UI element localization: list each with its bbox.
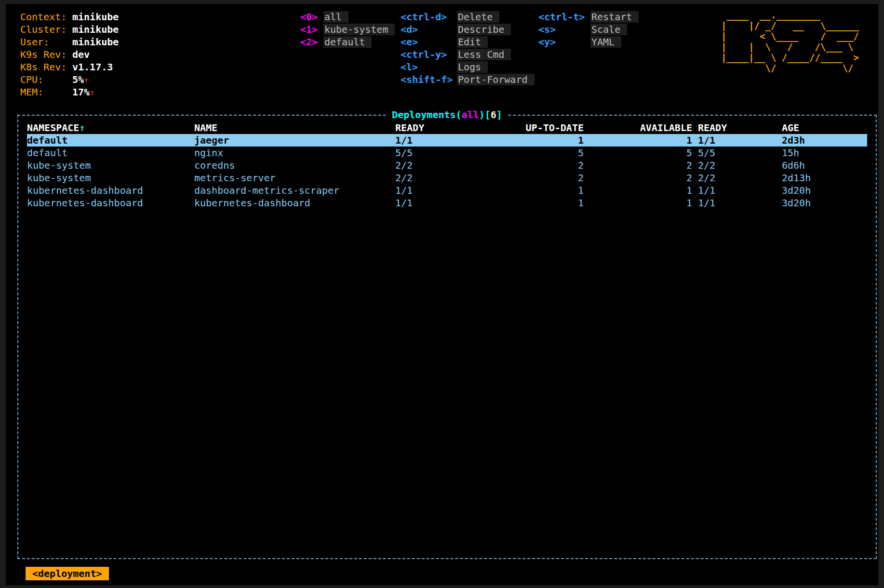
info-label: Cluster:: [20, 23, 72, 36]
hotkey-key: <1>: [300, 23, 323, 36]
shortcut-label: Describe: [457, 24, 511, 35]
cell-age: 15h: [776, 147, 867, 159]
info-value: minikube: [72, 11, 119, 23]
hotkey-namespace-default: <2>default: [300, 36, 395, 48]
info-label: User:: [20, 36, 72, 48]
cell-name: jaeger: [194, 134, 395, 147]
shortcut-yaml: <y>YAML: [538, 36, 639, 48]
hotkey-label: all: [323, 11, 348, 23]
info-value: 5%: [72, 74, 84, 85]
shortcut-key: <y>: [538, 36, 590, 48]
sort-arrow-icon: ↑: [79, 122, 85, 134]
cell-ready: 1/1: [395, 134, 484, 147]
cell-ready: 2/2: [395, 159, 484, 172]
cell-name: metrics-server: [194, 172, 395, 184]
hotkey-label: default: [323, 36, 372, 48]
cell-ready2: 1/1: [692, 197, 776, 209]
cell-ready: 5/5: [395, 147, 484, 159]
shortcut-key: <ctrl-d>: [401, 11, 457, 23]
cell-ready2: 2/2: [692, 159, 776, 172]
cell-available: 1: [584, 184, 692, 197]
cell-up-to-date: 1: [484, 197, 584, 209]
cell-name: kubernetes-dashboard: [194, 197, 395, 209]
cell-up-to-date: 2: [484, 172, 584, 184]
info-row-context: Context:minikube: [20, 11, 119, 23]
cell-age: 3d20h: [776, 197, 867, 209]
shortcut-key: <l>: [401, 61, 457, 73]
cell-up-to-date: 1: [484, 184, 584, 197]
shortcut-delete: <ctrl-d>Delete: [401, 11, 535, 23]
table-row[interactable]: default jaeger 1/1 1 1 1/1 2d3h: [27, 134, 867, 147]
shortcut-label: Scale: [590, 24, 627, 35]
logo-line: \/ \/: [721, 63, 859, 73]
shortcut-key: <d>: [401, 23, 457, 36]
cell-up-to-date: 1: [484, 134, 584, 147]
cell-ready2: 1/1: [692, 134, 776, 147]
breadcrumb-deployment-badge: <deployment>: [26, 567, 109, 580]
hotkey-namespace-all: <0>all: [300, 11, 395, 23]
shortcut-label: YAML: [590, 36, 621, 48]
info-row-user: User:minikube: [20, 36, 119, 48]
k9s-screen: Context:minikube Cluster:minikube User:m…: [0, 0, 884, 588]
info-value: v1.17.3: [72, 61, 113, 73]
cell-ready: 1/1: [395, 184, 484, 197]
cell-age: 3d20h: [776, 184, 867, 197]
cell-ready2: 2/2: [692, 172, 776, 184]
cell-available: 2: [584, 172, 692, 184]
info-value: dev: [72, 49, 90, 60]
cell-namespace: kube-system: [27, 159, 194, 172]
shortcut-label: Port-Forward: [457, 74, 535, 85]
info-value: 17%: [72, 86, 90, 98]
cell-ready2: 5/5: [692, 147, 776, 159]
info-row-k9s-rev: K9s Rev:dev: [20, 48, 119, 61]
info-value: minikube: [72, 24, 119, 35]
info-row-mem: MEM:17%↑: [20, 86, 119, 98]
shortcut-edit: <e>Edit: [401, 36, 535, 48]
cell-available: 1: [584, 197, 692, 209]
logo-line: | | \ / /\___ \: [721, 41, 859, 52]
shortcut-key: <s>: [538, 23, 590, 36]
cell-name: coredns: [194, 159, 395, 172]
logo-line: ____ __.________: [721, 10, 859, 20]
shortcut-label: Edit: [457, 36, 488, 48]
cell-ready2: 1/1: [692, 184, 776, 197]
cell-age: 2d3h: [776, 134, 867, 147]
column-header-namespace: NAMESPACE↑: [27, 121, 194, 134]
shortcut-key: <ctrl-t>: [538, 11, 590, 23]
info-label: CPU:: [20, 73, 72, 86]
table-row[interactable]: kubernetes-dashboard dashboard-metrics-s…: [27, 184, 867, 197]
column-header-name: NAME: [194, 121, 395, 134]
hotkey-label: kube-system: [323, 24, 395, 35]
shortcut-key: <e>: [401, 36, 457, 48]
cpu-trend-up-icon: ↑: [84, 76, 88, 84]
shortcut-label: Restart: [590, 11, 639, 23]
logo-line: |____|__ \ /____//____ >: [721, 52, 859, 63]
table-row[interactable]: default nginx 5/5 5 5 5/5 15h: [27, 147, 867, 159]
shortcuts-column-2: <ctrl-t>Restart <s>Scale <y>YAML: [538, 11, 639, 48]
namespace-hotkeys: <0>all <1>kube-system <2>default: [300, 11, 395, 48]
shortcut-label: Logs: [457, 61, 488, 73]
panel-title-scope: all: [462, 109, 479, 120]
column-header-age: AGE: [776, 121, 867, 134]
hotkey-key: <0>: [300, 11, 323, 23]
panel-title: Deployments(all)[6]: [386, 108, 508, 121]
table-header-row: NAMESPACE↑ NAME READY UP-TO-DATE AVAILAB…: [27, 121, 867, 134]
column-header-label: NAMESPACE: [27, 122, 79, 134]
cell-name: nginx: [194, 147, 395, 159]
cell-namespace: kube-system: [27, 172, 194, 184]
logo-line: | |/ _/ __ \______: [721, 20, 859, 31]
panel-title-suffix: ]: [496, 109, 502, 120]
hotkey-namespace-kube-system: <1>kube-system: [300, 23, 395, 36]
cell-available: 5: [584, 147, 692, 159]
mem-trend-up-icon: ↑: [90, 88, 94, 97]
table-row[interactable]: kube-system metrics-server 2/2 2 2 2/2 2…: [27, 172, 867, 184]
info-row-cluster: Cluster:minikube: [20, 23, 119, 36]
info-label: MEM:: [20, 86, 72, 98]
table-row[interactable]: kube-system coredns 2/2 2 2 2/2 6d6h: [27, 159, 867, 172]
table-row[interactable]: kubernetes-dashboard kubernetes-dashboar…: [27, 197, 867, 209]
info-label: K9s Rev:: [20, 48, 72, 61]
shortcut-label: Delete: [457, 11, 499, 23]
info-value: minikube: [72, 36, 119, 48]
shortcut-less-cmd: <ctrl-y>Less Cmd: [401, 48, 535, 61]
cell-namespace: default: [27, 134, 194, 147]
